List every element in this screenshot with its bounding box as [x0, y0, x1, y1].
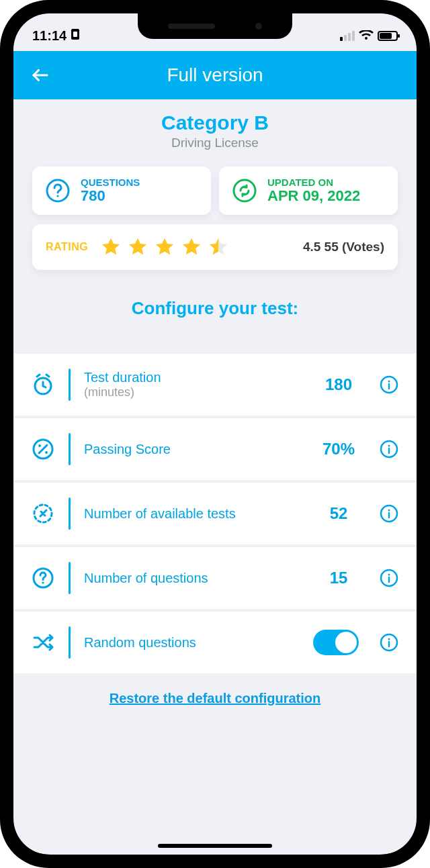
- category-subtitle: Driving License: [32, 136, 398, 150]
- info-button[interactable]: [379, 375, 399, 395]
- setting-label: Random questions: [84, 634, 300, 650]
- svg-rect-1: [73, 32, 77, 37]
- questions-value: 780: [81, 188, 140, 204]
- home-indicator[interactable]: [158, 844, 272, 848]
- updated-card: UPDATED ON APR 09, 2022: [219, 166, 398, 215]
- rating-stars: [100, 236, 291, 258]
- category-title: Category B: [32, 111, 398, 134]
- svg-point-5: [234, 180, 255, 201]
- target-icon: [31, 501, 55, 526]
- page-title: Full version: [13, 64, 417, 86]
- svg-point-4: [56, 195, 58, 197]
- refresh-icon: [230, 176, 259, 205]
- info-icon: [379, 503, 399, 524]
- svg-point-12: [45, 451, 48, 454]
- star-icon: [154, 236, 175, 258]
- percent-icon: [31, 437, 55, 461]
- info-button[interactable]: [379, 439, 399, 459]
- svg-point-14: [388, 445, 390, 447]
- question-circle-icon: [43, 176, 73, 205]
- battery-icon: [378, 31, 398, 41]
- info-icon: [379, 568, 399, 588]
- status-time: 11:14: [32, 28, 67, 44]
- app-header: Full version: [13, 51, 417, 99]
- svg-point-23: [388, 638, 390, 640]
- star-half-icon: [208, 236, 229, 258]
- setting-label: Passing Score: [84, 441, 298, 457]
- setting-value: 52: [312, 504, 366, 523]
- star-icon: [181, 236, 202, 258]
- info-button[interactable]: [379, 632, 399, 653]
- svg-point-11: [38, 444, 41, 447]
- question-circle-icon: [31, 566, 55, 590]
- row-passing-score[interactable]: Passing Score 70%: [13, 418, 417, 483]
- svg-point-17: [388, 510, 390, 512]
- setting-value: 180: [312, 375, 366, 394]
- shuffle-icon: [31, 630, 55, 655]
- setting-label: Test duration: [84, 369, 298, 385]
- info-icon: [379, 632, 399, 653]
- svg-point-9: [388, 381, 390, 383]
- questions-label: QUESTIONS: [81, 177, 140, 188]
- rating-value: 4.5 55 (Votes): [303, 240, 384, 254]
- updated-value: APR 09, 2022: [267, 188, 360, 204]
- settings-list: Test duration (minutes) 180 Passing Scor…: [13, 354, 417, 673]
- setting-sublabel: (minutes): [84, 385, 298, 400]
- rating-label: RATING: [46, 241, 88, 253]
- setting-value: 15: [312, 569, 366, 587]
- info-icon: [379, 439, 399, 459]
- row-test-duration[interactable]: Test duration (minutes) 180: [13, 354, 417, 418]
- info-icon: [379, 375, 399, 395]
- setting-value: 70%: [312, 440, 366, 459]
- signal-icon: [340, 31, 355, 41]
- star-icon: [100, 236, 122, 258]
- wifi-icon: [359, 30, 374, 41]
- sim-icon: [71, 28, 80, 44]
- info-button[interactable]: [379, 568, 399, 588]
- row-random-questions: Random questions: [13, 612, 417, 673]
- setting-label: Number of available tests: [84, 505, 298, 522]
- setting-label: Number of questions: [84, 570, 298, 586]
- clock-icon: [31, 373, 55, 397]
- star-icon: [127, 236, 148, 258]
- info-button[interactable]: [379, 503, 399, 524]
- restore-default-link[interactable]: Restore the default configuration: [32, 691, 398, 706]
- random-toggle[interactable]: [313, 630, 359, 655]
- svg-point-19: [42, 581, 44, 583]
- configure-heading: Configure your test:: [32, 298, 398, 319]
- svg-point-21: [388, 574, 390, 576]
- row-available-tests[interactable]: Number of available tests 52: [13, 483, 417, 547]
- questions-card: QUESTIONS 780: [32, 166, 211, 215]
- rating-card: RATING 4.5 55 (Votes): [32, 224, 398, 270]
- updated-label: UPDATED ON: [267, 177, 360, 188]
- row-number-questions[interactable]: Number of questions 15: [13, 547, 417, 612]
